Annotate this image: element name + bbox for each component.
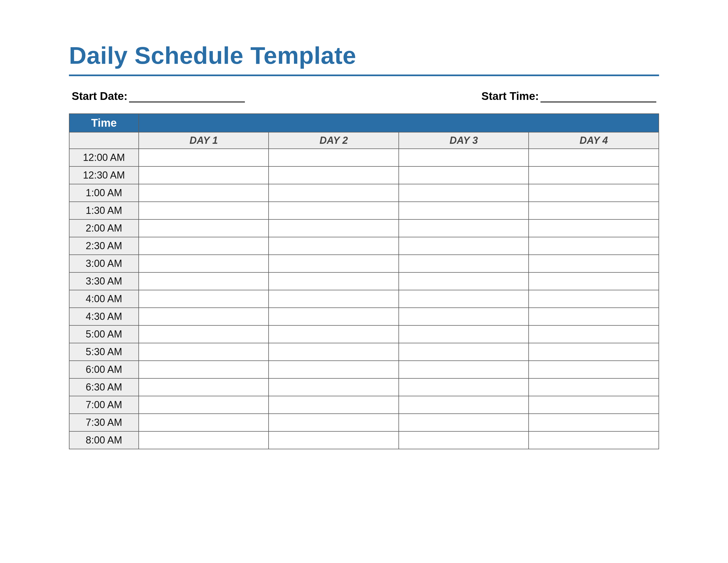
schedule-table: Time DAY 1 DAY 2 DAY 3 DAY 4 12:00 AM12:… [69,113,659,449]
schedule-cell[interactable] [399,396,529,414]
schedule-cell[interactable] [139,361,269,378]
table-row: 6:30 AM [69,378,659,396]
schedule-cell[interactable] [269,272,399,290]
schedule-cell[interactable] [269,237,399,255]
time-cell: 5:00 AM [69,326,139,343]
time-cell: 1:30 AM [69,202,139,219]
table-row: 3:30 AM [69,272,659,290]
schedule-cell[interactable] [529,237,659,255]
schedule-cell[interactable] [269,202,399,219]
start-time-label: Start Time: [481,90,539,102]
schedule-cell[interactable] [529,308,659,326]
start-date-label: Start Date: [72,90,127,102]
schedule-cell[interactable] [399,308,529,326]
schedule-cell[interactable] [529,272,659,290]
time-column-blank [69,132,139,149]
time-cell: 2:00 AM [69,219,139,237]
schedule-cell[interactable] [529,166,659,184]
schedule-cell[interactable] [399,237,529,255]
table-row: 7:30 AM [69,414,659,431]
schedule-cell[interactable] [399,361,529,378]
schedule-cell[interactable] [139,326,269,343]
schedule-cell[interactable] [269,396,399,414]
schedule-cell[interactable] [399,290,529,308]
table-row: 12:30 AM [69,166,659,184]
table-row: 4:00 AM [69,290,659,308]
schedule-cell[interactable] [139,414,269,431]
day-header-1: DAY 1 [139,132,269,149]
schedule-cell[interactable] [139,166,269,184]
schedule-cell[interactable] [269,184,399,202]
time-cell: 6:00 AM [69,361,139,378]
schedule-cell[interactable] [529,378,659,396]
schedule-cell[interactable] [269,431,399,449]
day-header-3: DAY 3 [399,132,529,149]
time-cell: 4:30 AM [69,308,139,326]
schedule-cell[interactable] [269,290,399,308]
meta-row: Start Date: Start Time: [69,90,659,102]
time-column-header: Time [69,114,139,132]
schedule-template-page: Daily Schedule Template Start Date: Star… [0,0,728,563]
schedule-cell[interactable] [139,237,269,255]
time-cell: 3:30 AM [69,272,139,290]
schedule-cell[interactable] [399,343,529,361]
schedule-cell[interactable] [139,343,269,361]
schedule-cell[interactable] [529,290,659,308]
schedule-cell[interactable] [139,149,269,166]
schedule-cell[interactable] [269,166,399,184]
schedule-cell[interactable] [269,326,399,343]
schedule-cell[interactable] [139,272,269,290]
schedule-cell[interactable] [529,149,659,166]
schedule-cell[interactable] [139,202,269,219]
schedule-cell[interactable] [399,326,529,343]
schedule-cell[interactable] [529,326,659,343]
schedule-cell[interactable] [529,255,659,272]
start-time-input[interactable] [540,92,656,102]
schedule-cell[interactable] [139,396,269,414]
schedule-cell[interactable] [269,378,399,396]
schedule-cell[interactable] [269,219,399,237]
schedule-cell[interactable] [399,219,529,237]
schedule-cell[interactable] [399,149,529,166]
time-cell: 7:00 AM [69,396,139,414]
schedule-cell[interactable] [139,378,269,396]
schedule-cell[interactable] [529,343,659,361]
schedule-cell[interactable] [139,184,269,202]
schedule-cell[interactable] [269,149,399,166]
time-cell: 12:30 AM [69,166,139,184]
schedule-cell[interactable] [269,361,399,378]
time-cell: 4:00 AM [69,290,139,308]
schedule-cell[interactable] [399,184,529,202]
time-cell: 2:30 AM [69,237,139,255]
schedule-cell[interactable] [529,361,659,378]
schedule-cell[interactable] [529,431,659,449]
day-header-4: DAY 4 [529,132,659,149]
schedule-cell[interactable] [269,308,399,326]
table-row: 8:00 AM [69,431,659,449]
schedule-cell[interactable] [399,378,529,396]
schedule-cell[interactable] [139,219,269,237]
schedule-cell[interactable] [529,202,659,219]
schedule-cell[interactable] [139,255,269,272]
schedule-cell[interactable] [399,414,529,431]
schedule-cell[interactable] [269,343,399,361]
schedule-cell[interactable] [269,255,399,272]
schedule-cell[interactable] [529,219,659,237]
schedule-cell[interactable] [529,396,659,414]
schedule-cell[interactable] [399,431,529,449]
schedule-cell[interactable] [139,290,269,308]
start-date-input[interactable] [129,92,245,102]
schedule-cell[interactable] [139,308,269,326]
schedule-cell[interactable] [529,414,659,431]
schedule-cell[interactable] [139,431,269,449]
schedule-cell[interactable] [399,166,529,184]
schedule-cell[interactable] [529,184,659,202]
schedule-cell[interactable] [399,255,529,272]
schedule-cell[interactable] [399,202,529,219]
table-row: 5:30 AM [69,343,659,361]
table-row: 2:00 AM [69,219,659,237]
schedule-cell[interactable] [269,414,399,431]
table-row: 12:00 AM [69,149,659,166]
schedule-cell[interactable] [399,272,529,290]
time-cell: 12:00 AM [69,149,139,166]
